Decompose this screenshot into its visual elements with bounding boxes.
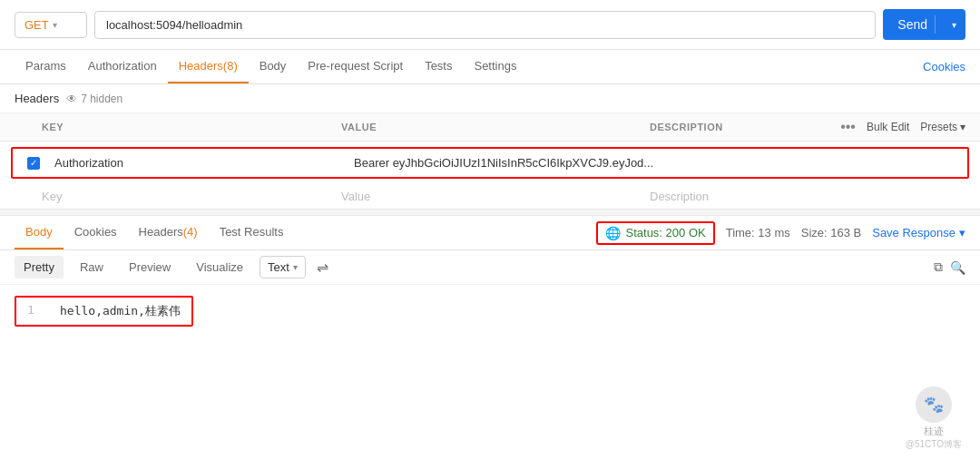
format-dropdown-label: Text xyxy=(268,260,289,274)
save-response-label: Save Response xyxy=(872,226,956,239)
status-badge: 🌐 Status: 200 OK xyxy=(596,221,715,245)
presets-button[interactable]: Presets ▾ xyxy=(920,121,965,133)
resp-tab-test-results[interactable]: Test Results xyxy=(209,216,295,249)
watermark-name: 桂迹 xyxy=(924,425,944,438)
response-section: Body Cookies Headers(4) Test Results 🌐 S… xyxy=(0,216,980,469)
response-time: Time: 13 ms xyxy=(726,226,790,239)
empty-desc[interactable]: Description xyxy=(650,190,965,203)
response-tabs-row: Body Cookies Headers(4) Test Results 🌐 S… xyxy=(0,216,980,250)
line-content: hello,admin,桂素伟 xyxy=(60,303,181,319)
response-body: 1 hello,admin,桂素伟 xyxy=(0,285,980,469)
col-key-header: KEY xyxy=(42,122,341,132)
search-icon[interactable]: 🔍 xyxy=(950,260,965,275)
globe-icon: 🌐 xyxy=(605,226,621,240)
checkbox-mark: ✓ xyxy=(30,158,37,168)
empty-header-row: Key Value Description xyxy=(0,184,980,209)
tab-settings[interactable]: Settings xyxy=(463,50,527,83)
empty-key[interactable]: Key xyxy=(42,190,341,203)
eye-icon: 👁 xyxy=(66,93,77,105)
headers-section-label: Headers xyxy=(15,92,59,105)
format-dropdown[interactable]: Text ▾ xyxy=(260,256,306,278)
hidden-count: 7 hidden xyxy=(81,93,122,105)
tab-headers[interactable]: Headers(8) xyxy=(168,50,249,83)
tab-body[interactable]: Body xyxy=(249,50,298,83)
fmt-tab-raw[interactable]: Raw xyxy=(71,256,113,278)
wrap-lines-icon[interactable]: ⇌ xyxy=(317,259,328,276)
url-bar: GET ▾ Send ▾ xyxy=(0,0,980,50)
method-label: GET xyxy=(24,18,49,32)
resp-tab-cookies[interactable]: Cookies xyxy=(64,216,128,249)
header-key-auth[interactable]: Authorization xyxy=(54,156,354,170)
save-response-chevron-icon: ▾ xyxy=(959,226,965,239)
send-button-arrow-icon[interactable]: ▾ xyxy=(943,20,965,30)
format-dropdown-chevron-icon: ▾ xyxy=(293,262,298,272)
send-button-divider xyxy=(935,15,936,34)
col-actions: ••• Bulk Edit Presets ▾ xyxy=(840,119,965,135)
tab-headers-label: Headers xyxy=(179,59,223,73)
resp-headers-label: Headers xyxy=(139,225,183,239)
resp-headers-count: (4) xyxy=(183,225,198,239)
response-status-area: 🌐 Status: 200 OK Time: 13 ms Size: 163 B… xyxy=(596,221,965,245)
watermark-icon: 🐾 xyxy=(916,386,952,423)
auth-header-row: ✓ Authorization Bearer eyJhbGciOiJIUzI1N… xyxy=(11,147,969,179)
tab-params[interactable]: Params xyxy=(15,50,77,83)
col-value-header: VALUE xyxy=(341,122,650,132)
line-number: 1 xyxy=(27,303,45,319)
tab-headers-count: (8) xyxy=(223,59,238,73)
response-size: Size: 163 B xyxy=(801,226,862,239)
status-text: Status: 200 OK xyxy=(626,226,706,239)
presets-label: Presets xyxy=(920,121,957,133)
tab-prerequest[interactable]: Pre-request Script xyxy=(297,50,414,83)
table-header: KEY VALUE DESCRIPTION ••• Bulk Edit Pres… xyxy=(0,113,980,142)
fmt-tab-pretty[interactable]: Pretty xyxy=(15,256,64,278)
section-divider xyxy=(0,209,980,216)
tab-authorization[interactable]: Authorization xyxy=(77,50,168,83)
col-desc-header: DESCRIPTION xyxy=(650,122,840,132)
row-checkbox-wrapper: ✓ xyxy=(27,157,54,170)
fmt-tab-visualize[interactable]: Visualize xyxy=(187,256,252,278)
format-bar: Pretty Raw Preview Visualize Text ▾ ⇌ ⧉ … xyxy=(0,250,980,285)
method-chevron-icon: ▾ xyxy=(53,20,57,30)
url-input[interactable] xyxy=(94,11,876,39)
headers-label-row: Headers 👁 7 hidden xyxy=(0,84,980,113)
fmt-tab-preview[interactable]: Preview xyxy=(120,256,180,278)
send-button-label: Send xyxy=(897,17,927,32)
cookies-link[interactable]: Cookies xyxy=(923,60,965,73)
watermark: 🐾 桂迹 @51CTO博客 xyxy=(906,386,962,451)
header-value-auth[interactable]: Bearer eyJhbGciOiJIUzI1NiIsInR5cCI6IkpXV… xyxy=(354,156,662,170)
more-options-icon[interactable]: ••• xyxy=(840,119,856,135)
presets-chevron-icon: ▾ xyxy=(960,121,965,133)
tab-tests[interactable]: Tests xyxy=(414,50,463,83)
send-button[interactable]: Send ▾ xyxy=(883,9,965,40)
empty-value[interactable]: Value xyxy=(341,190,650,203)
resp-tab-headers[interactable]: Headers(4) xyxy=(128,216,209,249)
response-line: 1 hello,admin,桂素伟 xyxy=(27,303,181,319)
method-select[interactable]: GET ▾ xyxy=(15,12,87,38)
row-checkbox[interactable]: ✓ xyxy=(27,157,40,170)
save-response-button[interactable]: Save Response ▾ xyxy=(872,226,965,239)
hidden-badge: 👁 7 hidden xyxy=(66,93,122,105)
resp-tab-body[interactable]: Body xyxy=(15,216,64,249)
copy-icon[interactable]: ⧉ xyxy=(934,259,943,275)
bulk-edit-button[interactable]: Bulk Edit xyxy=(867,121,909,133)
watermark-subtitle: @51CTO博客 xyxy=(906,438,962,451)
request-tabs: Params Authorization Headers(8) Body Pre… xyxy=(0,50,980,84)
